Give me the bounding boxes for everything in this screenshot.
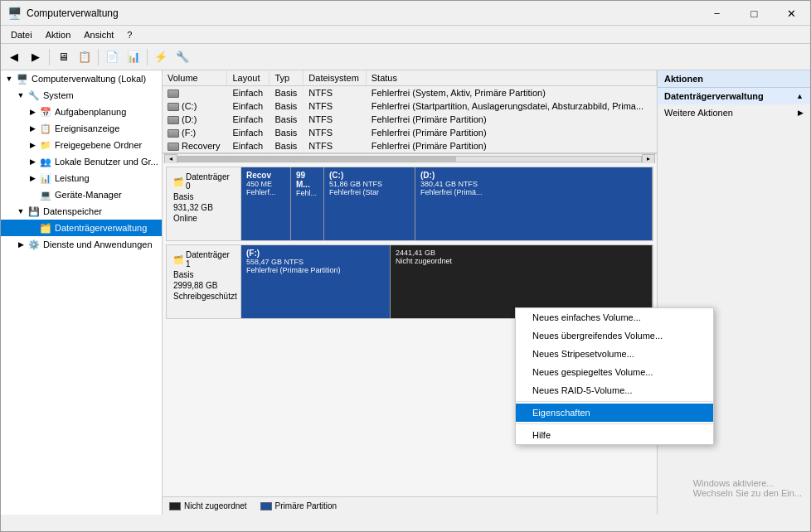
tree-root-expand[interactable]: ▼ xyxy=(2,75,16,83)
dienste-expand[interactable]: ▶ xyxy=(14,240,27,249)
sidebar-item-datentraeger[interactable]: 🗂️ Datenträgerverwaltung xyxy=(1,220,162,236)
disk-0-type: Basis xyxy=(173,192,234,201)
ctx-neues-uebergreifendes[interactable]: Neues übergreifendes Volume... xyxy=(516,326,713,345)
ctx-neues-einfaches[interactable]: Neues einfaches Volume... xyxy=(516,308,713,326)
col-layout: Layout xyxy=(227,70,270,86)
ctx-eigenschaften[interactable]: Eigenschaften xyxy=(516,404,713,422)
dienste-icon: ⚙️ xyxy=(27,238,41,251)
menu-datei[interactable]: Datei xyxy=(4,28,39,41)
volume-table-area: Volume Layout Typ Dateisystem Status Ein… xyxy=(163,70,657,153)
ctx-neues-gespiegeltes[interactable]: Neues gespiegeltes Volume... xyxy=(516,363,713,381)
ctx-neues-raid5[interactable]: Neues RAID-5-Volume... xyxy=(516,381,713,399)
help-button[interactable]: 📄 xyxy=(102,47,122,67)
menu-bar: Datei Aktion Ansicht ? xyxy=(1,26,810,44)
datenspeicher-expand[interactable]: ▼ xyxy=(14,207,27,215)
status-bar: Nicht zugeordnet Primäre Partition xyxy=(163,496,657,515)
actions-datentraeger-arrow: ▲ xyxy=(796,92,804,100)
aufgaben-expand[interactable]: ▶ xyxy=(26,108,39,116)
leistung-label: Leistung xyxy=(55,173,90,183)
sidebar-item-dienste[interactable]: ▶ ⚙️ Dienste und Anwendungen xyxy=(1,236,162,253)
dienste-label: Dienste und Anwendungen xyxy=(43,239,153,249)
disk-0-size: 931,32 GB xyxy=(173,203,234,212)
col-dateisystem: Dateisystem xyxy=(304,70,366,86)
properties-button[interactable]: 📋 xyxy=(75,47,95,67)
h-scrollbar-track[interactable] xyxy=(177,156,642,162)
window-icon: 🖥️ xyxy=(7,7,22,20)
ereignis-label: Ereignisanzeige xyxy=(55,123,119,133)
back-button[interactable]: ◀ xyxy=(4,47,24,67)
table-row[interactable]: (C:)EinfachBasisNTFSFehlerfrei (Startpar… xyxy=(163,99,657,113)
sidebar-item-aufgaben[interactable]: ▶ 📅 Aufgabenplanung xyxy=(1,104,162,120)
menu-help[interactable]: ? xyxy=(120,28,138,41)
sidebar-item-system[interactable]: ▼ 🔧 System xyxy=(1,87,162,104)
legend-unalloc-box xyxy=(169,502,181,510)
d0-c-name: (C:) xyxy=(329,171,410,180)
scroll-right-btn[interactable]: ▸ xyxy=(642,154,655,164)
menu-aktion[interactable]: Aktion xyxy=(39,28,78,41)
h-scrollbar-thumb[interactable] xyxy=(178,157,456,162)
disk-1-name: Datenträger 1 xyxy=(186,250,234,268)
show-hide-button[interactable]: 🖥 xyxy=(53,47,73,67)
d0-recov-size: 450 ME xyxy=(246,180,285,188)
context-menu: Neues einfaches Volume... Neues übergrei… xyxy=(515,307,714,445)
d1-f-status: Fehlerfrei (Primäre Partition) xyxy=(246,266,385,274)
freigabe-expand[interactable]: ▶ xyxy=(26,141,39,149)
disk-0-label: 🗂️ Datenträger 0 Basis 931,32 GB Online xyxy=(167,167,241,240)
action-button[interactable]: ⚡ xyxy=(151,47,171,67)
table-row[interactable]: RecoveryEinfachBasisNTFSFehlerfrei (Prim… xyxy=(163,139,657,152)
sidebar-item-leistung[interactable]: ▶ 📊 Leistung xyxy=(1,170,162,186)
ereignis-expand[interactable]: ▶ xyxy=(26,124,39,133)
sidebar-item-ereignis[interactable]: ▶ 📋 Ereignisanzeige xyxy=(1,120,162,137)
sidebar-item-freigabe[interactable]: ▶ 📁 Freigegebene Ordner xyxy=(1,137,162,153)
d0-recov-name: Recov xyxy=(246,171,285,180)
sidebar-item-lokale[interactable]: ▶ 👥 Lokale Benutzer und Gr... xyxy=(1,153,162,170)
close-button[interactable]: ✕ xyxy=(773,1,810,26)
activate-watermark: Windows aktiviere... Wechseln Sie zu den… xyxy=(693,478,802,498)
col-typ: Typ xyxy=(270,70,304,86)
partition-d0-d[interactable]: (D:) 380,41 GB NTFS Fehlerfrei (Primä... xyxy=(415,167,653,240)
system-label: System xyxy=(43,90,74,100)
d0-small-status: Fehl... xyxy=(296,189,318,197)
tree-root-label: Computerverwaltung (Lokal) xyxy=(32,74,146,84)
ctx-sep-1 xyxy=(516,401,713,402)
d0-recov-status: Fehlerf... xyxy=(246,188,285,196)
geraete-icon: 💻 xyxy=(39,188,52,201)
sidebar-item-geraete[interactable]: 💻 Geräte-Manager xyxy=(1,186,162,203)
scroll-left-btn[interactable]: ◂ xyxy=(164,154,177,164)
disk-1-status: Schreibgeschützt xyxy=(173,292,234,301)
lokale-expand[interactable]: ▶ xyxy=(26,157,39,166)
disk-0-status: Online xyxy=(173,214,234,223)
partition-d0-small[interactable]: 99 M... Fehl... xyxy=(291,167,324,240)
partition-d0-recov[interactable]: Recov 450 ME Fehlerf... xyxy=(241,167,291,240)
datentraeger-icon: 🗂️ xyxy=(39,221,52,235)
tree-root[interactable]: ▼ 🖥️ Computerverwaltung (Lokal) xyxy=(1,70,162,87)
view-button[interactable]: 🔧 xyxy=(172,47,192,67)
actions-item-datentraeger[interactable]: Datenträgerverwaltung ▲ xyxy=(658,88,810,104)
datenspeicher-icon: 💾 xyxy=(27,205,41,218)
ctx-neues-stripeset[interactable]: Neues Stripesetvolume... xyxy=(516,345,713,363)
actions-item-weitere[interactable]: Weitere Aktionen ▶ xyxy=(658,104,810,121)
sidebar-item-datenspeicher[interactable]: ▼ 💾 Datenspeicher xyxy=(1,203,162,220)
leistung-expand[interactable]: ▶ xyxy=(26,174,39,182)
minimize-button[interactable]: − xyxy=(698,1,736,26)
d0-c-size: 51,86 GB NTFS xyxy=(329,180,410,188)
table-row[interactable]: EinfachBasisNTFSFehlerfrei (System, Akti… xyxy=(163,86,657,100)
table-row[interactable]: (F:)EinfachBasisNTFSFehlerfrei (Primäre … xyxy=(163,126,657,139)
geraete-label: Geräte-Manager xyxy=(55,190,122,200)
col-volume: Volume xyxy=(163,70,227,86)
export-button[interactable]: 📊 xyxy=(124,47,143,67)
forward-button[interactable]: ▶ xyxy=(26,47,46,67)
menu-ansicht[interactable]: Ansicht xyxy=(77,28,120,41)
horizontal-scrollbar-area: ◂ ▸ xyxy=(163,153,657,163)
ctx-hilfe[interactable]: Hilfe xyxy=(516,426,713,444)
col-status: Status xyxy=(366,70,656,86)
partition-d0-c[interactable]: (C:) 51,86 GB NTFS Fehlerfrei (Star xyxy=(324,167,415,240)
ereignis-icon: 📋 xyxy=(39,122,52,135)
table-row[interactable]: (D:)EinfachBasisNTFSFehlerfrei (Primäre … xyxy=(163,113,657,126)
disk-1-size: 2999,88 GB xyxy=(173,281,234,290)
system-expand[interactable]: ▼ xyxy=(14,91,27,99)
maximize-button[interactable]: □ xyxy=(736,1,773,26)
legend-primary-label: Primäre Partition xyxy=(275,501,337,510)
partition-d1-f[interactable]: (F:) 558,47 GB NTFS Fehlerfrei (Primäre … xyxy=(241,245,391,318)
datentraeger-label: Datenträgerverwaltung xyxy=(55,223,147,233)
